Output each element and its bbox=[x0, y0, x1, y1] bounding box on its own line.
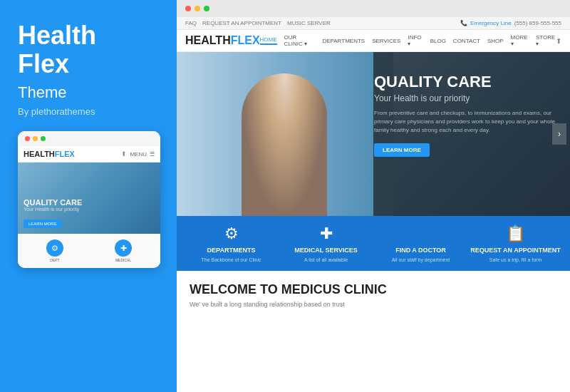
mobile-hero-text: QUALITY CARE Your Health is our priority… bbox=[18, 192, 160, 234]
feature-medical-services[interactable]: ✚ MEDICAL SERVICES A list of all availab… bbox=[279, 225, 373, 262]
welcome-section: WELCOME TO MEDICUS CLINIC We' ve built a… bbox=[177, 271, 570, 319]
departments-icon: ⚙ bbox=[46, 239, 63, 257]
right-panel: FAQ REQUEST AN APPOINTMENT MUSIC SERVER … bbox=[177, 0, 570, 392]
emergency-phone: (555) 859-555-555 bbox=[514, 20, 561, 26]
doctor-feature-desc: All our staff by department bbox=[392, 257, 450, 262]
hero-text-box: QUALITY CARE Your Health is our priority… bbox=[374, 73, 559, 157]
appointment-link[interactable]: REQUEST AN APPOINTMENT bbox=[202, 20, 281, 26]
nav-item-departments[interactable]: DEPARTMENTS bbox=[322, 38, 365, 44]
mobile-logo: HEALTHFLEX bbox=[24, 150, 75, 158]
medical-feature-title: MEDICAL SERVICES bbox=[294, 247, 358, 254]
browser-dot-yellow bbox=[195, 6, 200, 11]
mobile-card-dots bbox=[18, 131, 160, 146]
welcome-text: We' ve built a long standing relationshi… bbox=[190, 301, 557, 308]
nav-item-blog[interactable]: BLOG bbox=[430, 38, 446, 44]
theme-subtitle: Theme bbox=[18, 83, 159, 102]
appointment-feature-icon: 📋 bbox=[506, 225, 525, 243]
nav-item-services[interactable]: SERVICES bbox=[372, 38, 400, 44]
mobile-cta-button[interactable]: LEARN MORE bbox=[24, 220, 62, 228]
dot-red bbox=[25, 136, 30, 141]
mobile-hero-title: QUALITY CARE bbox=[24, 198, 155, 207]
departments-feature-desc: The Backbone of our Clinic bbox=[201, 257, 261, 262]
doctor-feature-title: FIND A DOCTOR bbox=[395, 247, 446, 254]
hero-cta-button[interactable]: LEARN MORE bbox=[374, 143, 430, 157]
site-nav: HEALTHFLEX HOME OUR CLINIC ▾ DEPARTMENTS… bbox=[177, 30, 570, 52]
browser-dot-green bbox=[204, 6, 209, 11]
medical-label: MEDICAL bbox=[115, 258, 131, 262]
top-bar-left: FAQ REQUEST AN APPOINTMENT MUSIC SERVER bbox=[185, 20, 331, 26]
appointment-feature-title: REQUEST AN APPOINTMENT bbox=[470, 247, 560, 254]
browser-dot-red bbox=[185, 6, 191, 11]
nav-item-home[interactable]: HOME bbox=[260, 36, 277, 45]
nav-items: HOME OUR CLINIC ▾ DEPARTMENTS SERVICES I… bbox=[260, 34, 556, 47]
hero-person-image bbox=[177, 52, 393, 216]
doctor-feature-icon: 👤 bbox=[411, 225, 430, 243]
nav-item-store[interactable]: STORE ▾ bbox=[536, 34, 556, 47]
mobile-topbar: HEALTHFLEX ⬆ MENU ☰ bbox=[18, 146, 160, 163]
hero-title: QUALITY CARE bbox=[374, 73, 559, 91]
departments-label: DEPT bbox=[50, 258, 59, 262]
feature-appointment[interactable]: 📋 REQUEST AN APPOINTMENT Safe us a trip,… bbox=[468, 225, 563, 262]
faq-link[interactable]: FAQ bbox=[185, 20, 197, 26]
site-logo: HEALTHFLEX bbox=[185, 34, 260, 47]
nav-share-icon[interactable]: ⬆ bbox=[556, 37, 561, 45]
mobile-preview-card: HEALTHFLEX ⬆ MENU ☰ QUALITY CARE Your He… bbox=[18, 131, 160, 268]
mobile-icon-departments: ⚙ DEPT bbox=[46, 239, 63, 262]
mobile-icons-row: ⚙ DEPT ✚ MEDICAL bbox=[18, 234, 160, 268]
theme-title: Health Flex bbox=[18, 21, 159, 78]
left-panel: Health Flex Theme By plethorathemes HEAL… bbox=[0, 0, 177, 392]
browser-chrome bbox=[177, 0, 570, 17]
medical-icon: ✚ bbox=[115, 239, 132, 257]
medical-feature-icon: ✚ bbox=[320, 225, 333, 243]
dot-green bbox=[41, 136, 46, 141]
emergency-label: Emergency Line bbox=[470, 20, 512, 26]
nav-item-our-clinic[interactable]: OUR CLINIC ▾ bbox=[284, 34, 316, 47]
mobile-icon-medical: ✚ MEDICAL bbox=[115, 239, 132, 262]
hamburger-icon: ☰ bbox=[150, 151, 155, 158]
mobile-hero-sub: Your Health is our priority bbox=[24, 207, 155, 212]
hero-subtitle: Your Health is our priority bbox=[374, 93, 559, 103]
theme-author: By plethorathemes bbox=[18, 106, 159, 117]
site-hero: QUALITY CARE Your Health is our priority… bbox=[177, 52, 570, 216]
nav-item-more[interactable]: MORE ▾ bbox=[511, 34, 529, 47]
departments-feature-title: DEPARTMENTS bbox=[207, 247, 256, 254]
feature-find-doctor[interactable]: 👤 FIND A DOCTOR All our staff by departm… bbox=[373, 225, 468, 262]
music-link[interactable]: MUSIC SERVER bbox=[287, 20, 331, 26]
welcome-title: WELCOME TO MEDICUS CLINIC bbox=[190, 282, 557, 297]
appointment-feature-desc: Safe us a trip, fill a form bbox=[489, 257, 542, 262]
feature-departments[interactable]: ⚙ DEPARTMENTS The Backbone of our Clinic bbox=[184, 225, 279, 262]
medical-feature-desc: A list of all available bbox=[304, 257, 348, 262]
phone-icon: 📞 bbox=[460, 20, 467, 26]
site-top-bar: FAQ REQUEST AN APPOINTMENT MUSIC SERVER … bbox=[177, 17, 570, 30]
hero-description: From preventive care and checkups, to im… bbox=[374, 109, 559, 135]
mobile-hero: QUALITY CARE Your Health is our priority… bbox=[18, 163, 160, 234]
dot-yellow bbox=[33, 136, 38, 141]
mobile-menu-area: ⬆ MENU ☰ bbox=[121, 150, 155, 158]
nav-item-contact[interactable]: CONTACT bbox=[453, 38, 480, 44]
nav-item-shop[interactable]: SHOP bbox=[487, 38, 504, 44]
departments-feature-icon: ⚙ bbox=[224, 225, 239, 243]
nav-item-info[interactable]: INFO ▾ bbox=[408, 34, 423, 47]
top-bar-right: 📞 Emergency Line (555) 859-555-555 bbox=[460, 20, 561, 26]
hero-next-arrow[interactable]: › bbox=[552, 123, 566, 145]
share-icon: ⬆ bbox=[121, 150, 127, 158]
feature-strip: ⚙ DEPARTMENTS The Backbone of our Clinic… bbox=[177, 216, 570, 271]
